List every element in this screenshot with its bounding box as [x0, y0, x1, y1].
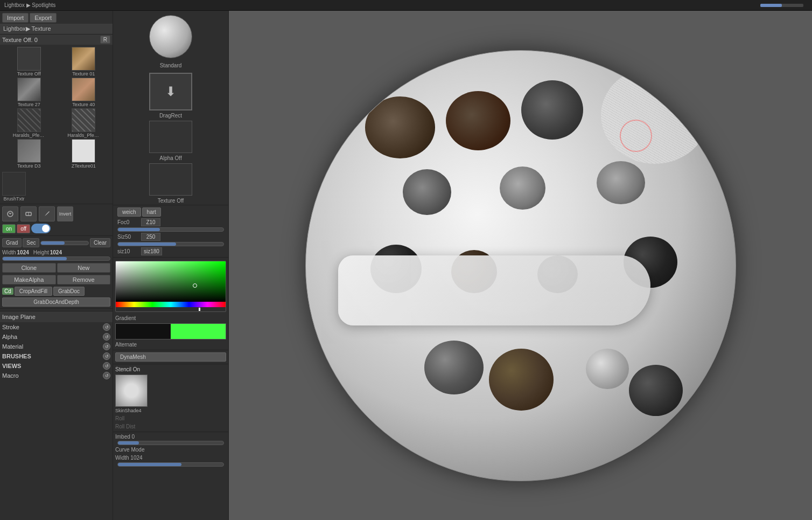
icon-btn-3[interactable]	[39, 206, 55, 221]
brush-icon	[43, 210, 51, 218]
sculpted-clay-area	[338, 255, 650, 325]
wh-slider-row	[0, 256, 113, 262]
texture-thumb-brush	[2, 172, 26, 196]
hue-bar[interactable]	[116, 302, 226, 307]
texture-40-item[interactable]: Texture 40	[57, 78, 111, 107]
drag-rect-label: DragRect	[113, 113, 228, 119]
image-plane-section: Image Plane	[0, 311, 113, 322]
new-button[interactable]: New	[57, 263, 111, 273]
toggle-on-btn[interactable]: on	[2, 224, 16, 233]
divider-2	[0, 235, 113, 236]
hart-button[interactable]: hart	[142, 207, 161, 217]
lightbox-path: Lightbox▶ Texture	[0, 24, 113, 34]
remove-button[interactable]: Remove	[57, 275, 111, 285]
siz-slider[interactable]	[117, 242, 224, 246]
roll-dist-label: Roll Dist	[113, 422, 228, 431]
height-value: 1024	[50, 249, 62, 255]
texture-off-item[interactable]: Texture Off	[2, 47, 56, 77]
grad-button[interactable]: Grad	[2, 238, 22, 247]
icon-btn-1[interactable]	[2, 206, 18, 221]
nav-material[interactable]: Material ↺	[0, 342, 113, 351]
texture-ztexture-item[interactable]: ZTexture01	[57, 139, 111, 169]
gradient-label: Gradient	[113, 314, 228, 322]
grad-sec-row: Grad Sec Clear	[0, 237, 113, 248]
material-nav-icon: ↺	[103, 343, 110, 350]
material-sphere	[149, 15, 192, 58]
clear-button[interactable]: Clear	[90, 238, 110, 247]
cd-row: Cd CropAndFill GrabDoc	[0, 286, 113, 297]
foc-slider-row	[113, 227, 228, 232]
dynamesh-button[interactable]: DynaMesh	[115, 352, 226, 362]
r-button[interactable]: R	[100, 36, 110, 44]
icon-btn-4[interactable]: Invert	[57, 206, 73, 221]
toggle-knob[interactable]	[31, 224, 51, 233]
texture-label-haralds1: Haralds_Pfeife_von_	[13, 133, 45, 138]
toggle-off-btn[interactable]: off	[17, 224, 30, 233]
import-button[interactable]: Import	[2, 13, 29, 23]
imbed-slider[interactable]	[117, 441, 224, 445]
grab-doc-button[interactable]: GrabDoc	[53, 287, 85, 296]
nav-stroke-label: Stroke	[2, 324, 19, 330]
texture-27-item[interactable]: Texture 27	[2, 78, 56, 107]
alpha-label: Alpha Off	[113, 155, 228, 161]
wh-slider[interactable]	[2, 256, 110, 261]
spot-3	[521, 80, 583, 140]
weich-button[interactable]: weich	[117, 207, 141, 217]
brush-texture-item[interactable]: BrushTxtr	[2, 172, 26, 202]
toggle-group: on off	[0, 223, 113, 234]
image-plane-title: Image Plane	[2, 313, 110, 321]
make-alpha-button[interactable]: MakeAlpha	[2, 275, 56, 285]
color-picker[interactable]	[115, 261, 226, 312]
imbed-label: Imbed 0	[115, 434, 135, 440]
wh-slider-fill	[3, 257, 67, 260]
mid-param-row-1: Foc0 Z10	[113, 218, 228, 227]
texture-haralds2-item[interactable]: Haralds_Pfeife_von_	[57, 108, 111, 138]
siz50-value[interactable]: 250	[141, 233, 160, 241]
views-nav-icon: ↺	[103, 362, 110, 370]
siz10-value[interactable]: siz180	[141, 247, 162, 255]
flip-icon	[25, 210, 32, 218]
texture-off-row: Texture Off. 0 R	[0, 34, 113, 45]
texture-off-label: Texture Off. 0	[2, 37, 98, 43]
nav-stroke[interactable]: Stroke ↺	[0, 322, 113, 332]
standard-label: Standard	[113, 63, 228, 71]
spot-lower-1	[424, 341, 484, 394]
arrow-icon	[6, 210, 14, 218]
siz-slider-fill	[118, 242, 176, 246]
texture-01-item[interactable]: Texture 01	[57, 47, 111, 77]
crop-fill-button[interactable]: CropAndFill	[15, 287, 52, 296]
nav-alpha[interactable]: Alpha ↺	[0, 332, 113, 342]
curve-mode-label: Curve Mode	[113, 446, 228, 454]
nav-views[interactable]: VIEWS ↺	[0, 361, 113, 371]
nav-brushes[interactable]: BRUSHES ↺	[0, 351, 113, 361]
width-slider[interactable]	[117, 462, 224, 467]
cd-badge: Cd	[2, 288, 13, 295]
texture-haralds1-item[interactable]: Haralds_Pfeife_von_	[2, 108, 56, 138]
texture-d3-item[interactable]: Texture D3	[2, 139, 56, 169]
icon-row: Invert	[0, 205, 113, 223]
texture-thumb-haralds2	[72, 108, 95, 132]
nav-macro[interactable]: Macro ↺	[0, 371, 113, 380]
drag-rect-button[interactable]: ⬇	[149, 73, 192, 110]
main-canvas	[229, 11, 812, 520]
icon-btn-2[interactable]	[20, 206, 37, 221]
foc-slider[interactable]	[117, 227, 224, 232]
divider-3	[0, 308, 113, 309]
color-spectrum-overlay	[116, 261, 226, 302]
spot-gray-3	[597, 161, 645, 204]
color-spectrum[interactable]	[116, 261, 226, 302]
foc0-value[interactable]: Z10	[141, 218, 160, 226]
stencil-name: SkinShade4	[113, 408, 228, 414]
sec-button[interactable]: Sec	[23, 238, 39, 247]
stroke-nav-icon: ↺	[103, 323, 110, 331]
grad-slider[interactable]	[40, 241, 89, 245]
width-value: 1024	[17, 249, 29, 255]
export-button[interactable]: Export	[30, 13, 57, 23]
texture-thumb-d3	[17, 139, 41, 163]
roll-label: Roll	[113, 414, 228, 422]
clone-button[interactable]: Clone	[2, 263, 56, 273]
grab-doc-depth-button[interactable]: GrabDocAndDepth	[2, 297, 110, 307]
spot-lower-textured-1	[489, 349, 554, 411]
siz10-label: siz10	[117, 248, 139, 254]
width-1024-label: Width 1024	[113, 454, 228, 462]
